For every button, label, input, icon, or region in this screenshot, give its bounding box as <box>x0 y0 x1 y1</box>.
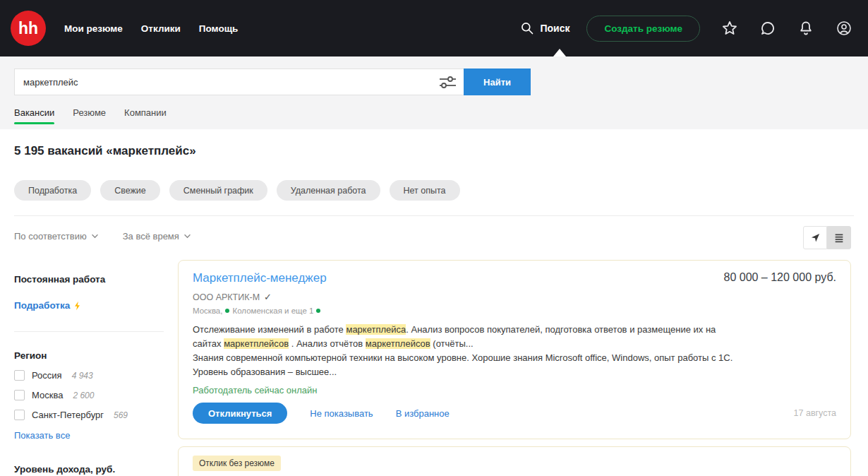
view-mode-toggle <box>803 226 851 249</box>
parttime-link[interactable]: Подработка <box>14 300 81 311</box>
quick-filter-chips: Подработка Свежие Сменный график Удаленн… <box>14 180 460 201</box>
advanced-filters-icon[interactable] <box>435 73 459 90</box>
search-tabs: Вакансии Резюме Компании <box>14 107 167 124</box>
chip-fresh[interactable]: Свежие <box>100 180 160 201</box>
tab-resumes[interactable]: Резюме <box>73 107 106 124</box>
description-line: Отслеживание изменений в работе маркетпл… <box>193 323 836 337</box>
description-line: Уровень образования – высшее... <box>193 365 836 379</box>
chip-remote-work[interactable]: Удаленная работа <box>277 180 380 201</box>
search-nav-label: Поиск <box>540 23 569 34</box>
sort-order-dropdown[interactable]: По соответствию <box>14 231 99 242</box>
chip-no-experience[interactable]: Нет опыта <box>390 180 460 201</box>
list-view-button[interactable] <box>827 226 851 249</box>
region-option-spb[interactable]: Санкт-Петербург 569 <box>14 410 164 420</box>
search-icon <box>520 21 534 35</box>
vacancy-card: Маркетплейс-менеджер 80 000 – 120 000 ру… <box>178 260 851 439</box>
add-to-favorites-link[interactable]: В избранное <box>396 408 450 419</box>
desc-text: (отчёты... <box>430 338 474 349</box>
search-dropdown-caret <box>553 49 566 56</box>
region-count: 4 943 <box>72 371 93 381</box>
nav-my-resumes[interactable]: Мои резюме <box>64 23 123 34</box>
topbar-icon-group <box>721 20 852 37</box>
sort-order-label: По соответствию <box>14 231 87 242</box>
tab-vacancies[interactable]: Вакансии <box>14 107 54 124</box>
region-section-title: Регион <box>14 350 164 361</box>
filters-sidebar: Постоянная работа Подработка Регион Росс… <box>14 274 164 475</box>
create-resume-button[interactable]: Создать резюме <box>586 16 700 42</box>
hide-vacancy-link[interactable]: Не показывать <box>310 408 373 419</box>
desc-text: . Анализ вопросов покупателей, подготовк… <box>406 324 716 335</box>
region-label: Москва <box>32 390 63 400</box>
region-option-russia[interactable]: Россия 4 943 <box>14 370 164 381</box>
checkbox-spb[interactable] <box>14 410 25 420</box>
respond-button[interactable]: Откликнуться <box>193 403 287 424</box>
chevron-down-icon <box>183 234 191 239</box>
region-option-moscow[interactable]: Москва 2 600 <box>14 390 164 400</box>
nav-responses[interactable]: Отклики <box>141 23 181 34</box>
region-label: Россия <box>32 370 62 381</box>
favorites-star-icon[interactable] <box>721 20 738 37</box>
vacancy-location-row: Москва, Коломенская и еще 1 <box>193 307 836 315</box>
top-navigation-bar: hh Мои резюме Отклики Помощь Поиск Созда… <box>0 0 868 56</box>
nav-help[interactable]: Помощь <box>199 23 239 34</box>
vacancy-date: 17 августа <box>794 408 836 418</box>
description-line: сайтах маркетплейсов . Анализ отчётов ма… <box>193 337 836 351</box>
desc-highlight: маркетплейса <box>346 324 406 335</box>
metro-dot-icon <box>316 309 320 313</box>
region-label: Санкт-Петербург <box>32 410 104 420</box>
tab-companies[interactable]: Компании <box>124 107 167 124</box>
metro-label: Коломенская и еще 1 <box>232 307 313 315</box>
desc-highlight: маркетплейсов <box>224 338 289 349</box>
navigation-arrow-icon <box>810 232 821 243</box>
sidebar-divider <box>14 331 164 332</box>
map-view-button[interactable] <box>803 226 827 249</box>
search-bar: Найти <box>14 69 531 95</box>
parttime-link-label: Подработка <box>14 300 70 311</box>
permanent-work-label: Постоянная работа <box>14 274 164 285</box>
region-count: 2 600 <box>73 391 94 400</box>
city-label: Москва, <box>193 307 222 315</box>
vacancy-description: Отслеживание изменений в работе маркетпл… <box>193 323 836 379</box>
desc-highlight: маркетплейсов <box>366 338 430 349</box>
desc-text: . Анализ отчётов <box>289 338 366 349</box>
search-input[interactable] <box>15 77 435 88</box>
search-section: Найти Вакансии Резюме Компании <box>0 56 868 129</box>
notifications-bell-icon[interactable] <box>797 20 814 37</box>
company-name: ООО АРКТИК-М <box>193 292 260 302</box>
chat-icon[interactable] <box>759 20 776 37</box>
desc-text: Знания современной компьютерной техники … <box>193 352 733 363</box>
search-submit-button[interactable]: Найти <box>464 69 531 95</box>
results-title: 5 195 вакансий «маркетплейс» <box>14 144 196 158</box>
search-input-wrap <box>14 69 464 95</box>
verified-check-icon: ✓ <box>264 292 272 302</box>
search-nav-item[interactable]: Поиск <box>520 21 569 35</box>
topbar-right-cluster: Поиск Создать резюме <box>520 16 852 42</box>
checkbox-russia[interactable] <box>14 370 25 381</box>
region-count: 569 <box>114 410 128 420</box>
sort-period-dropdown[interactable]: За всё время <box>123 231 191 242</box>
no-resume-badge: Отклик без резюме <box>193 456 281 471</box>
vacancy-actions: Откликнуться Не показывать В избранное 1… <box>193 403 836 424</box>
chevron-down-icon <box>91 234 99 239</box>
employer-online-status: Работодатель сейчас онлайн <box>193 385 836 395</box>
lightning-bolt-icon <box>73 301 81 311</box>
vacancy-salary: 80 000 – 120 000 руб. <box>723 271 836 284</box>
checkbox-moscow[interactable] <box>14 390 25 400</box>
desc-text: Уровень образования – высшее... <box>193 367 337 377</box>
main-nav: Мои резюме Отклики Помощь <box>64 23 238 34</box>
chip-shift-schedule[interactable]: Сменный график <box>169 180 267 201</box>
metro-dot-icon <box>225 309 229 313</box>
vacancy-company-row[interactable]: ООО АРКТИК-М ✓ <box>193 292 836 302</box>
vacancy-header: Маркетплейс-менеджер 80 000 – 120 000 ру… <box>193 271 836 285</box>
vacancy-title-link[interactable]: Маркетплейс-менеджер <box>193 271 327 285</box>
show-all-regions-link[interactable]: Показать все <box>14 430 70 441</box>
income-section-title: Уровень дохода, руб. <box>14 464 164 475</box>
desc-text: сайтах <box>193 338 224 349</box>
desc-text: Отслеживание изменений в работе <box>193 324 346 335</box>
list-icon <box>833 232 845 244</box>
vacancy-card: Отклик без резюме <box>178 446 851 476</box>
profile-icon[interactable] <box>836 20 852 37</box>
chip-parttime[interactable]: Подработка <box>14 180 91 201</box>
sort-period-label: За всё время <box>123 231 179 242</box>
hh-logo[interactable]: hh <box>11 11 46 46</box>
